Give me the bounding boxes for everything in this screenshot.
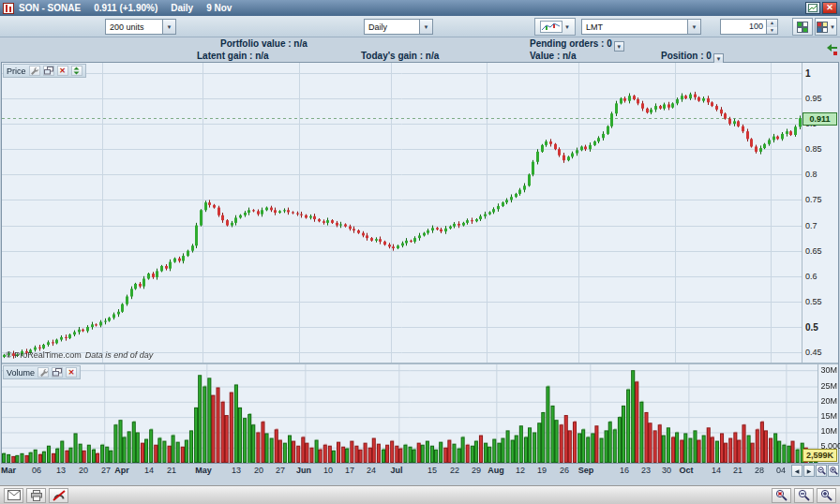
- volume-settings-button[interactable]: [38, 367, 49, 378]
- units-select[interactable]: 200 units ▼: [105, 19, 176, 35]
- price-axis[interactable]: 10.950.90.850.80.750.70.650.60.550.50.45: [802, 63, 838, 363]
- multi-window-icon: [826, 43, 838, 56]
- chevron-down-icon: ▼: [564, 24, 570, 30]
- latent-gain-label: Latent gain : n/a: [197, 51, 269, 61]
- chart-window-button[interactable]: [805, 2, 820, 14]
- time-axis-label: 23: [641, 466, 651, 475]
- workspace-grid-icon: [817, 22, 828, 33]
- mail-button[interactable]: [4, 488, 23, 503]
- time-axis-label: 15: [428, 466, 437, 475]
- copyright-note: © ProRealTime.comData is end of day: [6, 350, 153, 360]
- time-axis-label: 27: [101, 466, 111, 475]
- scroll-right-button[interactable]: ▶: [803, 465, 815, 477]
- pending-orders-label: Pending orders : 0▼: [530, 38, 624, 52]
- price-scale-button[interactable]: [71, 66, 82, 76]
- time-axis-label: 24: [367, 466, 376, 475]
- time-axis-label: 21: [167, 466, 176, 475]
- volume-panel-header: Volume ✕: [3, 365, 81, 379]
- volume-detach-button[interactable]: [52, 367, 63, 378]
- time-axis-label: May: [195, 466, 212, 475]
- statusbar-zoom-in-button[interactable]: [817, 488, 836, 503]
- multi-window-button[interactable]: [826, 43, 838, 56]
- workspace-grid-button[interactable]: ▼: [815, 18, 837, 36]
- time-axis-label: Jul: [390, 466, 402, 475]
- time-axis-label: Aug: [488, 466, 504, 475]
- price-axis-label: 0.65: [805, 246, 822, 256]
- volume-close-button[interactable]: ✕: [66, 367, 77, 378]
- order-type-select[interactable]: LMT ▼: [581, 19, 701, 35]
- time-axis-label: 14: [144, 466, 154, 475]
- price-axis-label: 0.7: [805, 221, 818, 230]
- price-axis-label: 0.5: [805, 322, 818, 333]
- price-close-button[interactable]: ✕: [57, 66, 68, 76]
- titlebar-date: 9 Nov: [206, 3, 232, 13]
- price-settings-button[interactable]: [29, 66, 40, 76]
- spin-up-icon[interactable]: ▲: [767, 20, 777, 27]
- printer-icon: [30, 490, 43, 501]
- units-select-value: 200 units: [106, 22, 162, 32]
- time-axis-label: 13: [56, 466, 66, 475]
- zoom-in-button[interactable]: [828, 465, 839, 477]
- volume-axis-label: 10M: [821, 426, 838, 436]
- titlebar-timeframe: Daily: [171, 3, 193, 13]
- layout-grid-icon: [797, 22, 808, 33]
- volume-axis-label: 30M: [821, 365, 838, 375]
- period-select[interactable]: Daily ▼: [364, 19, 433, 35]
- wrench-icon: [30, 67, 38, 75]
- chart-style-icon: [540, 21, 562, 33]
- price-panel: 10.950.90.850.80.750.70.650.60.550.50.45…: [2, 63, 838, 364]
- time-axis-label: 14: [712, 466, 721, 475]
- up-down-arrows-icon: [72, 67, 81, 75]
- chart-style-button[interactable]: ▼: [534, 18, 576, 36]
- time-axis-label: 30: [662, 466, 671, 475]
- layout-grid-button[interactable]: [792, 18, 813, 36]
- window-icon: [44, 67, 53, 75]
- time-axis-label: 22: [450, 466, 459, 475]
- volume-panel-title: Volume: [7, 368, 35, 378]
- print-button[interactable]: [26, 488, 46, 503]
- time-axis-label: 29: [472, 466, 481, 475]
- quantity-stepper[interactable]: 100 ▲ ▼: [720, 19, 778, 35]
- statusbar-zoom-out-button[interactable]: [794, 488, 814, 503]
- time-axis-label: 21: [733, 466, 742, 475]
- time-axis-label: 28: [755, 466, 764, 475]
- phone-disabled-button[interactable]: [49, 488, 68, 503]
- spin-down-icon[interactable]: ▼: [767, 27, 777, 35]
- todays-gain-label: Today's gain : n/a: [361, 51, 439, 61]
- zoom-out-button[interactable]: [816, 465, 827, 477]
- chart-nav-buttons: ◀ ▶: [791, 465, 839, 477]
- zoom-cancel-button[interactable]: [772, 488, 791, 503]
- time-axis-label: 04: [776, 466, 786, 475]
- chevron-down-icon[interactable]: ▼: [687, 20, 700, 34]
- magnifier-minus-icon: [818, 467, 826, 475]
- envelope-icon: [8, 490, 21, 500]
- last-price-badge: 0.911: [802, 112, 837, 126]
- time-axis-label: 12: [516, 466, 525, 475]
- time-axis-label: Jun: [296, 466, 311, 475]
- titlebar[interactable]: SON - SONAE 0.911 (+1.90%) Daily 9 Nov ✕: [0, 0, 840, 16]
- last-volume-badge: 2,599K: [802, 449, 837, 462]
- wrench-icon: [39, 368, 48, 377]
- volume-axis-label: 20M: [821, 396, 838, 406]
- mini-chart-icon: [808, 4, 818, 12]
- time-axis-label: 16: [620, 466, 629, 475]
- quantity-value: 100: [721, 20, 766, 34]
- volume-chart-canvas[interactable]: [2, 364, 818, 463]
- pending-orders-dropdown[interactable]: ▼: [614, 41, 624, 52]
- close-button[interactable]: ✕: [822, 2, 837, 14]
- scroll-left-button[interactable]: ◀: [791, 465, 802, 477]
- titlebar-quote: 0.911 (+1.90%): [94, 3, 158, 13]
- volume-axis-label: 25M: [821, 381, 838, 391]
- price-axis-label: 0.55: [805, 297, 822, 306]
- chevron-down-icon[interactable]: ▼: [419, 20, 432, 34]
- chevron-down-icon: ▼: [830, 24, 835, 30]
- price-detach-button[interactable]: [43, 66, 54, 76]
- price-chart-canvas[interactable]: [2, 63, 802, 363]
- time-axis-label: Oct: [679, 466, 693, 475]
- toolbar: 200 units ▼ Daily ▼ ▼ LMT ▼ 100 ▲ ▼ ▼: [0, 16, 840, 37]
- window-icon: [52, 368, 62, 377]
- time-axis-label: 06: [32, 466, 41, 475]
- time-axis[interactable]: Mar06132027Apr1421May132027Jun101724Jul1…: [0, 464, 840, 479]
- chevron-down-icon[interactable]: ▼: [162, 20, 175, 34]
- account-info-row: Portfolio value : n/a Pending orders : 0…: [0, 37, 840, 62]
